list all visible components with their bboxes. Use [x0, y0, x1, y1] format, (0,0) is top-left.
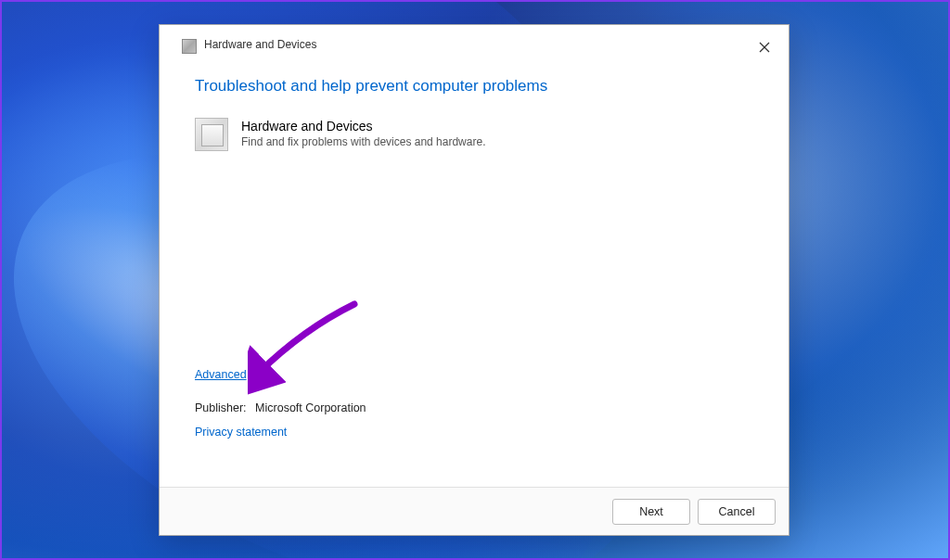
publisher-value: Microsoft Corporation [255, 401, 366, 414]
troubleshooter-item: Hardware and Devices Find and fix proble… [195, 118, 753, 151]
button-bar: Next Cancel [160, 487, 789, 535]
page-heading: Troubleshoot and help prevent computer p… [195, 77, 753, 95]
item-text-block: Hardware and Devices Find and fix proble… [241, 118, 753, 148]
advanced-link[interactable]: Advanced [195, 368, 247, 381]
dialog-content: Troubleshoot and help prevent computer p… [160, 66, 789, 487]
publisher-label: Publisher: [195, 401, 247, 414]
close-button[interactable] [753, 36, 776, 58]
item-description: Find and fix problems with devices and h… [241, 135, 753, 148]
troubleshooter-dialog: Hardware and Devices Troubleshoot and he… [159, 24, 790, 536]
window-icon [182, 39, 197, 54]
item-title: Hardware and Devices [241, 119, 753, 134]
window-title: Hardware and Devices [204, 38, 753, 51]
publisher-row: Publisher: Microsoft Corporation [195, 401, 366, 414]
cancel-button[interactable]: Cancel [698, 499, 776, 525]
titlebar: Hardware and Devices [160, 25, 789, 66]
next-button[interactable]: Next [612, 499, 690, 525]
hardware-icon [195, 118, 228, 151]
close-icon [759, 42, 770, 53]
privacy-statement-link[interactable]: Privacy statement [195, 426, 287, 439]
